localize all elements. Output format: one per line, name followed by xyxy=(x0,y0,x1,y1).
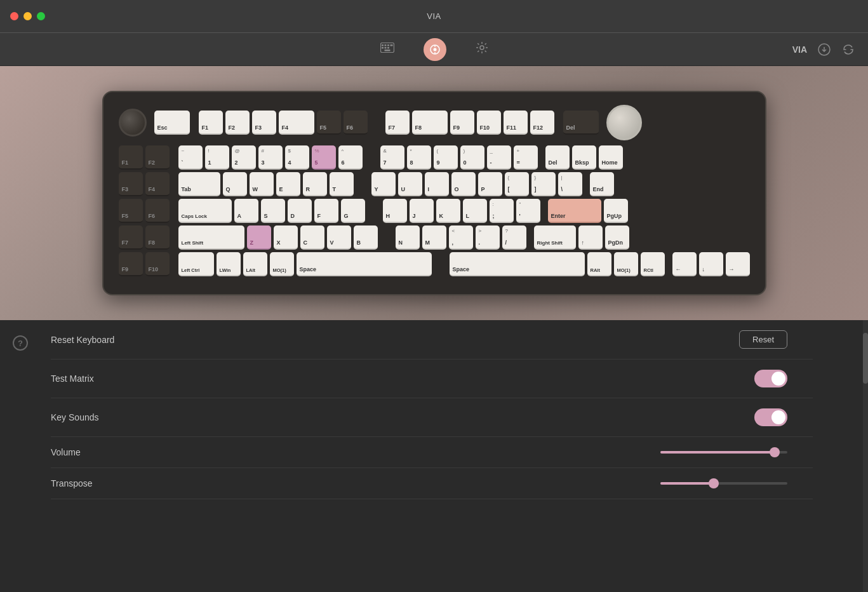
key-f11[interactable]: F11 xyxy=(504,111,528,135)
key-b[interactable]: B xyxy=(354,225,378,250)
key-g[interactable]: G xyxy=(341,199,365,223)
key-pgup[interactable]: PgUp xyxy=(604,199,628,223)
key-f7[interactable]: F7 xyxy=(385,111,410,135)
key-f1[interactable]: F1 xyxy=(199,111,223,135)
key-q[interactable]: Q xyxy=(223,172,247,196)
key-down[interactable]: ↓ xyxy=(699,252,723,276)
key-8[interactable]: * 8 xyxy=(407,145,431,170)
key-lwin[interactable]: LWin xyxy=(217,252,241,276)
volume-slider[interactable] xyxy=(660,451,787,454)
key-lalt[interactable]: LAlt xyxy=(243,252,267,276)
key-macro-f5[interactable]: F5 xyxy=(119,199,143,223)
key-d[interactable]: D xyxy=(288,199,312,223)
key-pgdn[interactable]: PgDn xyxy=(605,225,629,250)
key-esc[interactable]: Esc xyxy=(154,111,190,135)
key-macro-f4[interactable]: F4 xyxy=(145,172,170,196)
key-tab[interactable]: Tab xyxy=(178,172,220,196)
key-f4[interactable]: F4 xyxy=(279,111,314,135)
nav-refresh-icon[interactable] xyxy=(841,43,855,57)
key-k[interactable]: K xyxy=(436,199,460,223)
key-capslock[interactable]: Caps Lock xyxy=(178,199,232,223)
key-slash[interactable]: ? / xyxy=(502,225,526,250)
scrollbar[interactable] xyxy=(863,320,868,592)
key-macro-f2[interactable]: F2 xyxy=(145,145,170,170)
key-m[interactable]: M xyxy=(422,225,446,250)
key-0[interactable]: ) 0 xyxy=(460,145,484,170)
scrollbar-thumb[interactable] xyxy=(863,333,868,384)
key-x[interactable]: X xyxy=(274,225,298,250)
key-tilde[interactable]: ~ ` xyxy=(178,145,203,170)
key-rctl[interactable]: RCtl xyxy=(641,252,665,276)
key-f10[interactable]: F10 xyxy=(477,111,501,135)
key-7[interactable]: & 7 xyxy=(380,145,404,170)
key-f12[interactable]: F12 xyxy=(530,111,554,135)
left-knob[interactable] xyxy=(119,109,147,137)
key-quote[interactable]: " ' xyxy=(516,199,540,223)
key-n[interactable]: N xyxy=(396,225,420,250)
key-r[interactable]: R xyxy=(303,172,327,196)
key-up[interactable]: ↑ xyxy=(578,225,603,250)
key-sounds-toggle[interactable] xyxy=(754,408,787,426)
key-s[interactable]: S xyxy=(261,199,285,223)
key-l[interactable]: L xyxy=(463,199,487,223)
key-5[interactable]: % 5 xyxy=(312,145,336,170)
key-space-left[interactable]: Space xyxy=(297,252,432,276)
help-button[interactable]: ? xyxy=(13,335,28,351)
key-enter[interactable]: Enter xyxy=(548,199,601,223)
key-home[interactable]: Home xyxy=(599,145,623,170)
key-f8[interactable]: F8 xyxy=(412,111,448,135)
key-i[interactable]: I xyxy=(425,172,449,196)
key-right[interactable]: → xyxy=(726,252,750,276)
key-j[interactable]: J xyxy=(410,199,434,223)
key-macro-f8[interactable]: F8 xyxy=(145,225,170,250)
key-2[interactable]: @ 2 xyxy=(232,145,256,170)
close-button[interactable] xyxy=(10,12,18,20)
key-macro-f1[interactable]: F1 xyxy=(119,145,143,170)
key-3[interactable]: # 3 xyxy=(258,145,283,170)
key-v[interactable]: V xyxy=(327,225,351,250)
right-knob[interactable] xyxy=(606,105,642,140)
key-minus[interactable]: _ - xyxy=(487,145,511,170)
test-matrix-toggle[interactable] xyxy=(754,370,787,387)
nav-download-icon[interactable] xyxy=(817,43,831,57)
key-u[interactable]: U xyxy=(398,172,422,196)
key-macro-f6[interactable]: F6 xyxy=(145,199,170,223)
key-lctrl[interactable]: Left Ctrl xyxy=(178,252,214,276)
key-f6[interactable]: F6 xyxy=(344,111,368,135)
key-f3[interactable]: F3 xyxy=(252,111,276,135)
key-1[interactable]: ! 1 xyxy=(205,145,229,170)
key-9[interactable]: ( 9 xyxy=(434,145,458,170)
key-6[interactable]: ^ 6 xyxy=(338,145,363,170)
nav-keyboard-icon[interactable] xyxy=(377,39,398,60)
key-del-top[interactable]: Del xyxy=(563,111,599,135)
key-e[interactable]: E xyxy=(276,172,300,196)
key-macro-f3[interactable]: F3 xyxy=(119,172,143,196)
key-equal[interactable]: + = xyxy=(514,145,538,170)
key-w[interactable]: W xyxy=(250,172,274,196)
key-4[interactable]: $ 4 xyxy=(285,145,309,170)
key-macro-f9[interactable]: F9 xyxy=(119,252,143,276)
key-rshift[interactable]: Right Shift xyxy=(534,225,576,250)
key-f2[interactable]: F2 xyxy=(225,111,250,135)
key-p[interactable]: P xyxy=(478,172,502,196)
key-c[interactable]: C xyxy=(300,225,324,250)
transpose-slider[interactable] xyxy=(660,482,787,485)
key-lshift[interactable]: Left Shift xyxy=(178,225,244,250)
key-backslash[interactable]: | \ xyxy=(558,172,582,196)
key-z[interactable]: Z xyxy=(247,225,271,250)
key-period[interactable]: > . xyxy=(476,225,500,250)
key-lbracket[interactable]: { [ xyxy=(505,172,529,196)
key-mo1-left[interactable]: MO(1) xyxy=(270,252,294,276)
key-f9[interactable]: F9 xyxy=(450,111,474,135)
reset-button[interactable]: Reset xyxy=(739,330,787,349)
minimize-button[interactable] xyxy=(23,12,32,20)
key-semicolon[interactable]: : ; xyxy=(490,199,514,223)
nav-settings-icon[interactable] xyxy=(472,37,492,61)
key-del[interactable]: Del xyxy=(545,145,570,170)
key-macro-f7[interactable]: F7 xyxy=(119,225,143,250)
key-ralt[interactable]: RAlt xyxy=(587,252,611,276)
key-h[interactable]: H xyxy=(383,199,407,223)
key-backspace[interactable]: Bksp xyxy=(572,145,596,170)
key-f5[interactable]: F5 xyxy=(317,111,341,135)
key-left[interactable]: ← xyxy=(672,252,697,276)
